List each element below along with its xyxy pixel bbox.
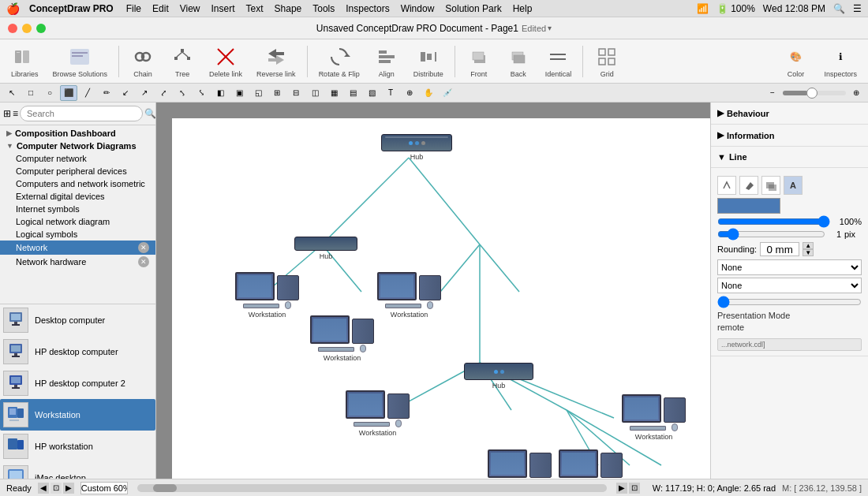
logical-network-item[interactable]: Logical network diagram xyxy=(0,215,155,228)
network-remove-button[interactable]: ✕ xyxy=(138,242,149,253)
shape3-tool[interactable]: ◱ xyxy=(249,85,267,101)
scroll-bar[interactable] xyxy=(137,484,607,492)
pen-tool[interactable]: ✏ xyxy=(98,85,115,101)
menu-file[interactable]: File xyxy=(126,3,141,14)
delete-link-button[interactable]: Delete link xyxy=(204,44,247,78)
back-button[interactable]: Back xyxy=(501,44,536,78)
fullscreen-button[interactable]: ⊡ xyxy=(629,483,640,494)
network-tool[interactable]: ⬛ xyxy=(60,85,77,101)
zoom-tool[interactable]: ⊕ xyxy=(401,85,418,101)
pen-style-button[interactable] xyxy=(717,176,736,195)
rotate-flip-button[interactable]: Rotate & Flip xyxy=(314,44,365,78)
conn5-tool[interactable]: ⤥ xyxy=(193,85,210,101)
information-toggle[interactable]: ▶ Information xyxy=(717,128,862,143)
scroll-right-button[interactable]: ▶ xyxy=(616,483,627,494)
grid-button[interactable]: Grid xyxy=(589,44,624,78)
text-style-button[interactable]: A xyxy=(784,176,803,195)
tree-button[interactable]: Tree xyxy=(165,44,200,78)
zoom-out-button[interactable]: − xyxy=(764,85,781,101)
zoom-in-button[interactable]: ⊕ xyxy=(847,85,865,101)
hub-bottom[interactable]: Hub xyxy=(464,363,533,390)
pointer-tool[interactable]: ↖ xyxy=(3,85,21,101)
search-input[interactable] xyxy=(20,106,143,121)
grid-view-button[interactable]: ⊞ xyxy=(3,106,11,121)
line-color-preview[interactable] xyxy=(717,198,780,214)
shape7-tool[interactable]: ▦ xyxy=(325,85,342,101)
zoom-input[interactable] xyxy=(80,482,128,494)
internet-symbols-item[interactable]: Internet symbols xyxy=(0,203,155,215)
opacity-slider[interactable] xyxy=(717,218,830,225)
workstation-4[interactable]: Workstation xyxy=(346,390,410,437)
hub-top[interactable]: Hub xyxy=(381,134,452,161)
ellipse-tool[interactable]: ○ xyxy=(41,85,58,101)
bucket-tool-button[interactable] xyxy=(739,176,758,195)
line-tool[interactable]: ╱ xyxy=(79,85,96,101)
network-item[interactable]: Network ✕ xyxy=(0,241,155,255)
hp-desktop-item[interactable]: HP desktop computer xyxy=(0,336,155,367)
page-next-button[interactable]: ▶ xyxy=(63,483,74,494)
line-width-slider[interactable] xyxy=(717,231,825,237)
menu-window[interactable]: Window xyxy=(401,3,435,14)
list-view-button[interactable]: ≡ xyxy=(13,106,18,121)
hp-workstation-item[interactable]: HP workstation xyxy=(0,431,155,462)
distribute-button[interactable]: Distribute xyxy=(409,44,448,78)
network-hardware-remove-button[interactable]: ✕ xyxy=(138,256,149,267)
workstation-3[interactable]: Workstation xyxy=(310,315,374,362)
rounding-input[interactable] xyxy=(760,242,799,256)
imac-desktop-item[interactable]: iMac desktop xyxy=(0,462,155,479)
workstation-item[interactable]: Workstation xyxy=(0,399,155,431)
workstation-7[interactable]: Workstation xyxy=(622,394,686,441)
rounding-down-button[interactable]: ▼ xyxy=(803,249,814,256)
shape9-tool[interactable]: ▧ xyxy=(363,85,380,101)
menu-shape[interactable]: Shape xyxy=(275,3,302,14)
browse-solutions-button[interactable]: Browse Solutions xyxy=(48,44,113,78)
minimize-button[interactable] xyxy=(22,24,32,33)
chain-button[interactable]: Chain xyxy=(125,44,160,78)
shape5-tool[interactable]: ⊟ xyxy=(287,85,305,101)
arrow-start-select[interactable]: None Arrow Circle xyxy=(717,259,862,275)
menu-help[interactable]: Help xyxy=(513,3,533,14)
color-button[interactable]: 🎨 Color xyxy=(778,44,813,78)
scroll-thumb[interactable] xyxy=(153,484,177,492)
conn3-tool[interactable]: ⤤ xyxy=(155,85,172,101)
shape6-tool[interactable]: ◫ xyxy=(306,85,324,101)
shape4-tool[interactable]: ⊞ xyxy=(268,85,286,101)
menu-insert[interactable]: Insert xyxy=(211,3,235,14)
pan-tool[interactable]: ✋ xyxy=(420,85,437,101)
network-hardware-item[interactable]: Network hardware ✕ xyxy=(0,255,155,269)
dropdown-arrow-icon[interactable]: ▾ xyxy=(548,24,552,32)
app-name[interactable]: ConceptDraw PRO xyxy=(29,3,114,14)
page-home-button[interactable]: ⊡ xyxy=(51,483,62,494)
hub-mid-left[interactable]: Hub xyxy=(294,237,357,260)
menu-view[interactable]: View xyxy=(180,3,200,14)
line-toggle[interactable]: ▼ Line xyxy=(717,150,862,164)
identical-button[interactable]: Identical xyxy=(541,44,577,78)
behaviour-toggle[interactable]: ▶ Behaviour xyxy=(717,106,862,121)
desktop-computer-item[interactable]: Desktop computer xyxy=(0,304,155,336)
search-icon[interactable]: 🔍 xyxy=(833,3,845,14)
computer-network-item[interactable]: Computer network xyxy=(0,152,155,165)
close-button[interactable] xyxy=(8,24,17,33)
apple-menu[interactable]: 🍎 xyxy=(6,2,20,15)
menu-solution-park[interactable]: Solution Park xyxy=(445,3,501,14)
computers-isometric-item[interactable]: Computers and network isometric xyxy=(0,177,155,190)
page-prev-button[interactable]: ◀ xyxy=(38,483,49,494)
workstation-5[interactable]: Workstation xyxy=(488,449,552,479)
menu-edit[interactable]: Edit xyxy=(152,3,169,14)
conn1-tool[interactable]: ↙ xyxy=(117,85,134,101)
rounding-up-button[interactable]: ▲ xyxy=(803,242,814,249)
extra-slider[interactable] xyxy=(717,299,862,305)
reverse-link-button[interactable]: Reverse link xyxy=(252,44,301,78)
front-button[interactable]: Front xyxy=(462,44,496,78)
align-button[interactable]: Align xyxy=(369,44,404,78)
shape1-tool[interactable]: ◧ xyxy=(211,85,229,101)
workstation-2[interactable]: Workstation xyxy=(377,272,441,319)
workstation-6[interactable]: Workstation xyxy=(559,449,623,479)
canvas-area[interactable]: Hub Hub Hub xyxy=(156,103,710,479)
rect-tool[interactable]: □ xyxy=(22,85,39,101)
menu-tools[interactable]: Tools xyxy=(312,3,335,14)
conn4-tool[interactable]: ⤣ xyxy=(174,85,191,101)
menu-icon[interactable]: ☰ xyxy=(853,3,862,14)
shape8-tool[interactable]: ▤ xyxy=(344,85,361,101)
computer-peripheral-item[interactable]: Computer peripheral devices xyxy=(0,165,155,177)
